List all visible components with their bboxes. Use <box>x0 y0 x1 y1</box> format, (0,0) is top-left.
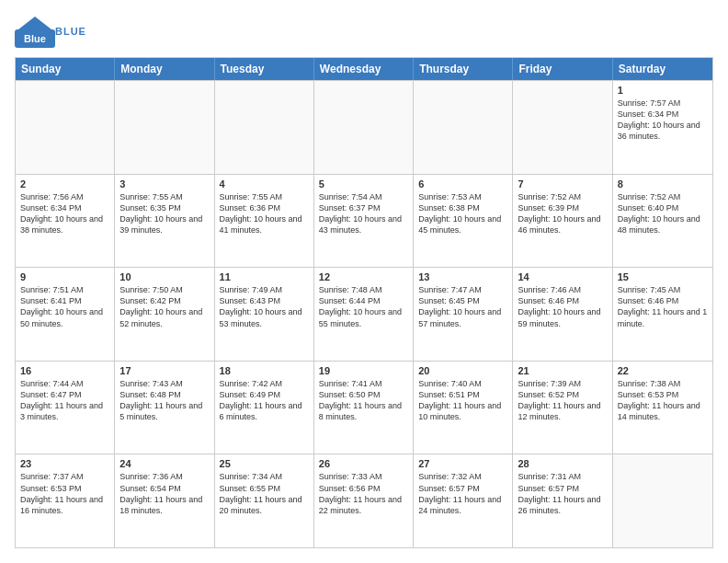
day-info: Sunrise: 7:53 AM Sunset: 6:38 PM Dayligh… <box>418 191 507 236</box>
day-number: 7 <box>518 178 607 190</box>
header-day-tuesday: Tuesday <box>215 58 314 80</box>
day-number: 23 <box>20 458 109 469</box>
header-day-wednesday: Wednesday <box>314 58 414 80</box>
day-number: 1 <box>618 85 708 96</box>
day-cell-19: 19Sunrise: 7:41 AM Sunset: 6:50 PM Dayli… <box>314 362 414 454</box>
day-number: 18 <box>220 365 309 376</box>
week-row-4: 23Sunrise: 7:37 AM Sunset: 6:53 PM Dayli… <box>16 454 712 547</box>
day-info: Sunrise: 7:37 AM Sunset: 6:53 PM Dayligh… <box>20 471 109 516</box>
day-cell-empty <box>16 81 115 174</box>
day-cell-28: 28Sunrise: 7:31 AM Sunset: 6:57 PM Dayli… <box>513 454 612 547</box>
day-cell-26: 26Sunrise: 7:33 AM Sunset: 6:56 PM Dayli… <box>314 454 414 547</box>
day-number: 9 <box>20 271 109 282</box>
calendar-body: 1Sunrise: 7:57 AM Sunset: 6:34 PM Daylig… <box>16 80 712 547</box>
day-number: 21 <box>518 365 607 376</box>
day-number: 26 <box>319 458 408 469</box>
day-cell-5: 5Sunrise: 7:54 AM Sunset: 6:37 PM Daylig… <box>314 175 414 268</box>
day-info: Sunrise: 7:39 AM Sunset: 6:52 PM Dayligh… <box>518 378 607 423</box>
day-number: 20 <box>418 365 507 376</box>
day-info: Sunrise: 7:52 AM Sunset: 6:40 PM Dayligh… <box>618 191 708 236</box>
day-info: Sunrise: 7:50 AM Sunset: 6:42 PM Dayligh… <box>119 284 209 329</box>
calendar-header: SundayMondayTuesdayWednesdayThursdayFrid… <box>16 58 712 80</box>
day-cell-7: 7Sunrise: 7:52 AM Sunset: 6:39 PM Daylig… <box>513 175 612 268</box>
svg-marker-2 <box>18 17 51 29</box>
day-cell-4: 4Sunrise: 7:55 AM Sunset: 6:36 PM Daylig… <box>215 175 314 268</box>
day-cell-22: 22Sunrise: 7:38 AM Sunset: 6:53 PM Dayli… <box>613 362 712 454</box>
day-cell-1: 1Sunrise: 7:57 AM Sunset: 6:34 PM Daylig… <box>613 81 712 174</box>
day-number: 12 <box>319 271 408 282</box>
day-info: Sunrise: 7:38 AM Sunset: 6:53 PM Dayligh… <box>618 378 708 423</box>
day-cell-25: 25Sunrise: 7:34 AM Sunset: 6:55 PM Dayli… <box>215 454 314 547</box>
day-info: Sunrise: 7:44 AM Sunset: 6:47 PM Dayligh… <box>20 378 109 423</box>
day-info: Sunrise: 7:52 AM Sunset: 6:39 PM Dayligh… <box>518 191 607 236</box>
day-number: 6 <box>418 178 507 190</box>
header: Blue BLUE <box>15 15 713 48</box>
page: Blue BLUE SundayMondayTuesdayWednesdayTh… <box>0 0 728 563</box>
day-number: 25 <box>220 458 309 469</box>
day-number: 16 <box>20 365 109 376</box>
day-number: 5 <box>319 178 408 190</box>
day-info: Sunrise: 7:31 AM Sunset: 6:57 PM Dayligh… <box>518 471 607 516</box>
day-cell-9: 9Sunrise: 7:51 AM Sunset: 6:41 PM Daylig… <box>16 268 115 361</box>
day-cell-13: 13Sunrise: 7:47 AM Sunset: 6:45 PM Dayli… <box>414 268 513 361</box>
day-number: 11 <box>220 271 309 282</box>
logo-tagline: BLUE <box>55 26 86 37</box>
day-cell-27: 27Sunrise: 7:32 AM Sunset: 6:57 PM Dayli… <box>414 454 513 547</box>
day-number: 10 <box>119 271 209 282</box>
week-row-1: 2Sunrise: 7:56 AM Sunset: 6:34 PM Daylig… <box>16 174 712 268</box>
logo-icon: Blue <box>15 15 55 48</box>
day-cell-24: 24Sunrise: 7:36 AM Sunset: 6:54 PM Dayli… <box>115 454 214 547</box>
day-number: 3 <box>119 178 209 190</box>
day-cell-20: 20Sunrise: 7:40 AM Sunset: 6:51 PM Dayli… <box>414 362 513 454</box>
day-number: 4 <box>220 178 309 190</box>
header-day-friday: Friday <box>513 58 612 80</box>
day-info: Sunrise: 7:42 AM Sunset: 6:49 PM Dayligh… <box>220 378 309 423</box>
day-info: Sunrise: 7:47 AM Sunset: 6:45 PM Dayligh… <box>418 284 507 329</box>
day-number: 15 <box>618 271 708 282</box>
day-number: 17 <box>119 365 209 376</box>
day-info: Sunrise: 7:33 AM Sunset: 6:56 PM Dayligh… <box>319 471 408 516</box>
day-cell-8: 8Sunrise: 7:52 AM Sunset: 6:40 PM Daylig… <box>613 175 712 268</box>
day-cell-empty <box>613 454 712 547</box>
day-cell-6: 6Sunrise: 7:53 AM Sunset: 6:38 PM Daylig… <box>414 175 513 268</box>
day-cell-10: 10Sunrise: 7:50 AM Sunset: 6:42 PM Dayli… <box>115 268 214 361</box>
header-day-sunday: Sunday <box>16 58 115 80</box>
day-info: Sunrise: 7:56 AM Sunset: 6:34 PM Dayligh… <box>20 191 109 236</box>
day-cell-14: 14Sunrise: 7:46 AM Sunset: 6:46 PM Dayli… <box>513 268 612 361</box>
day-cell-15: 15Sunrise: 7:45 AM Sunset: 6:46 PM Dayli… <box>613 268 712 361</box>
logo: Blue BLUE <box>15 15 86 48</box>
header-day-saturday: Saturday <box>613 58 712 80</box>
week-row-0: 1Sunrise: 7:57 AM Sunset: 6:34 PM Daylig… <box>16 80 712 174</box>
day-number: 24 <box>119 458 209 469</box>
day-info: Sunrise: 7:55 AM Sunset: 6:35 PM Dayligh… <box>119 191 209 236</box>
day-cell-17: 17Sunrise: 7:43 AM Sunset: 6:48 PM Dayli… <box>115 362 214 454</box>
day-cell-16: 16Sunrise: 7:44 AM Sunset: 6:47 PM Dayli… <box>16 362 115 454</box>
day-number: 14 <box>518 271 607 282</box>
calendar: SundayMondayTuesdayWednesdayThursdayFrid… <box>15 57 713 548</box>
header-day-monday: Monday <box>115 58 214 80</box>
day-info: Sunrise: 7:48 AM Sunset: 6:44 PM Dayligh… <box>319 284 408 329</box>
day-info: Sunrise: 7:41 AM Sunset: 6:50 PM Dayligh… <box>319 378 408 423</box>
day-info: Sunrise: 7:40 AM Sunset: 6:51 PM Dayligh… <box>418 378 507 423</box>
day-info: Sunrise: 7:54 AM Sunset: 6:37 PM Dayligh… <box>319 191 408 236</box>
day-info: Sunrise: 7:55 AM Sunset: 6:36 PM Dayligh… <box>220 191 309 236</box>
day-info: Sunrise: 7:43 AM Sunset: 6:48 PM Dayligh… <box>119 378 209 423</box>
day-cell-18: 18Sunrise: 7:42 AM Sunset: 6:49 PM Dayli… <box>215 362 314 454</box>
day-number: 13 <box>418 271 507 282</box>
day-info: Sunrise: 7:49 AM Sunset: 6:43 PM Dayligh… <box>220 284 309 329</box>
day-cell-3: 3Sunrise: 7:55 AM Sunset: 6:35 PM Daylig… <box>115 175 214 268</box>
day-info: Sunrise: 7:46 AM Sunset: 6:46 PM Dayligh… <box>518 284 607 329</box>
day-number: 27 <box>418 458 507 469</box>
day-cell-empty <box>513 81 612 174</box>
day-number: 28 <box>518 458 607 469</box>
day-number: 8 <box>618 178 708 190</box>
day-info: Sunrise: 7:45 AM Sunset: 6:46 PM Dayligh… <box>618 284 708 329</box>
day-info: Sunrise: 7:36 AM Sunset: 6:54 PM Dayligh… <box>119 471 209 516</box>
day-number: 19 <box>319 365 408 376</box>
day-cell-12: 12Sunrise: 7:48 AM Sunset: 6:44 PM Dayli… <box>314 268 414 361</box>
day-cell-empty <box>314 81 414 174</box>
day-info: Sunrise: 7:51 AM Sunset: 6:41 PM Dayligh… <box>20 284 109 329</box>
day-number: 22 <box>618 365 708 376</box>
day-cell-empty <box>215 81 314 174</box>
day-cell-21: 21Sunrise: 7:39 AM Sunset: 6:52 PM Dayli… <box>513 362 612 454</box>
